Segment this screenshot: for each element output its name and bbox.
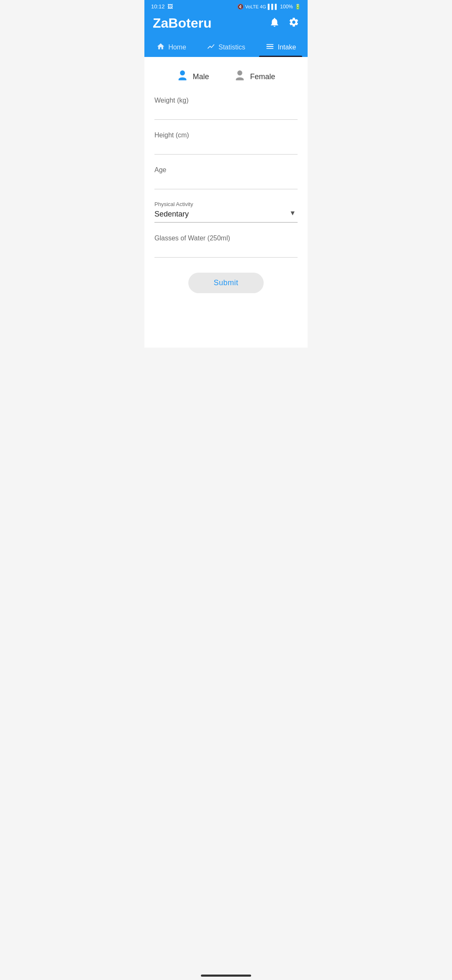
battery-icon: 🔋 <box>295 4 301 10</box>
status-right: 🔇 VoLTE 4G ▌▌▌ 100% 🔋 <box>237 4 301 10</box>
gender-male[interactable]: Male <box>177 70 209 84</box>
water-input[interactable] <box>154 245 298 258</box>
water-label: Glasses of Water (250ml) <box>154 235 298 242</box>
main-content: Male Female Weight (kg) Height (cm) Age … <box>144 57 308 348</box>
status-time: 10:12 <box>151 3 165 10</box>
activity-label: Physical Activity <box>154 201 298 207</box>
tab-home[interactable]: Home <box>144 37 198 57</box>
age-field: Age <box>154 166 298 189</box>
network-text: VoLTE 4G <box>245 4 266 9</box>
gear-icon[interactable] <box>288 17 299 30</box>
bell-icon[interactable] <box>269 17 280 30</box>
signal-icon: ▌▌▌ <box>268 4 279 10</box>
height-input[interactable] <box>154 142 298 155</box>
weight-label: Weight (kg) <box>154 97 298 104</box>
status-left: 10:12 🖼 <box>151 3 173 10</box>
tab-intake-label: Intake <box>278 44 296 51</box>
age-label: Age <box>154 166 298 174</box>
activity-value: Sedentary <box>154 208 298 221</box>
gender-female[interactable]: Female <box>234 70 275 84</box>
water-field: Glasses of Water (250ml) <box>154 235 298 258</box>
nav-tabs: Home Statistics Intake <box>144 37 308 57</box>
height-label: Height (cm) <box>154 132 298 139</box>
statistics-icon <box>207 42 215 52</box>
status-bar: 10:12 🖼 🔇 VoLTE 4G ▌▌▌ 100% 🔋 <box>144 0 308 11</box>
tab-home-label: Home <box>168 44 186 51</box>
female-icon <box>234 70 246 84</box>
tab-statistics-label: Statistics <box>218 44 245 51</box>
activity-select-wrapper[interactable]: Physical Activity Sedentary ▼ <box>154 201 298 223</box>
activity-underline <box>154 222 298 223</box>
male-label: Male <box>193 72 209 81</box>
chevron-down-icon: ▼ <box>289 209 296 217</box>
male-icon <box>177 70 188 84</box>
height-field: Height (cm) <box>154 132 298 155</box>
battery-text: 100% <box>280 4 293 10</box>
tab-intake[interactable]: Intake <box>254 37 308 57</box>
submit-button[interactable]: Submit <box>188 273 263 293</box>
header-actions <box>269 17 299 30</box>
photo-icon: 🖼 <box>167 3 173 10</box>
app-title: ZaBoteru <box>153 15 211 31</box>
weight-field: Weight (kg) <box>154 97 298 120</box>
home-icon <box>157 42 165 52</box>
intake-icon <box>265 42 275 53</box>
gender-selector: Male Female <box>154 70 298 84</box>
physical-activity-field: Physical Activity Sedentary ▼ <box>154 201 298 223</box>
age-input[interactable] <box>154 176 298 189</box>
weight-input[interactable] <box>154 107 298 120</box>
app-header: ZaBoteru <box>144 11 308 37</box>
mute-icon: 🔇 <box>237 4 244 10</box>
female-label: Female <box>250 72 275 81</box>
tab-statistics[interactable]: Statistics <box>198 37 254 57</box>
